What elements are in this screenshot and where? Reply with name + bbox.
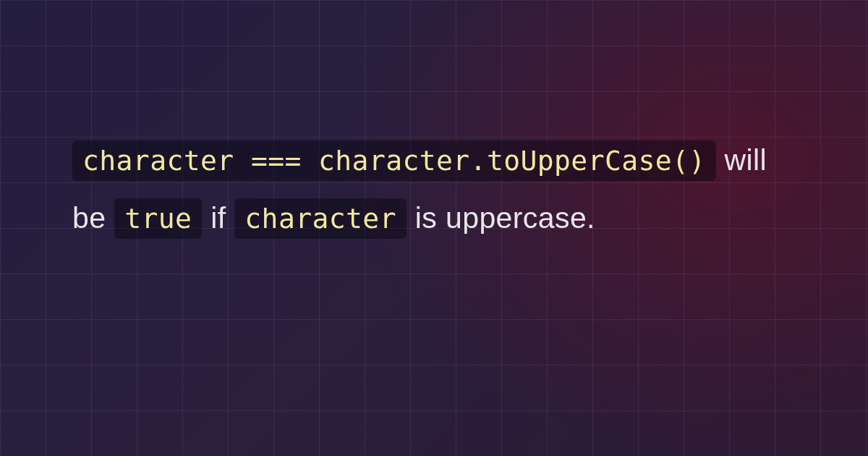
text-segment-3: is uppercase. (407, 201, 595, 235)
sentence-block: character === character.toUpperCase() wi… (72, 132, 796, 248)
code-true: true (114, 198, 202, 239)
text-segment-2: if (202, 201, 234, 235)
code-expression: character === character.toUpperCase() (72, 140, 716, 181)
code-character: character (234, 198, 407, 239)
